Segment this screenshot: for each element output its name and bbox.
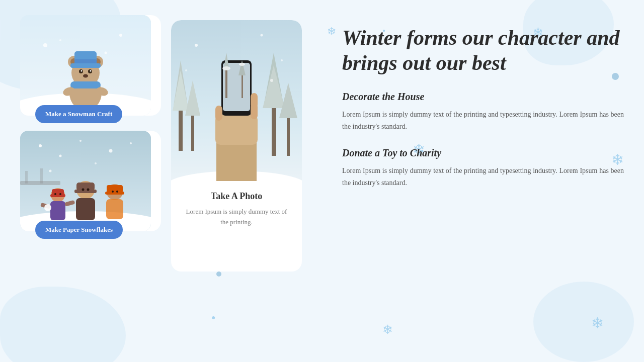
svg-point-82 <box>195 44 198 47</box>
svg-point-32 <box>130 142 132 144</box>
main-layout: Make a Snowman Craft <box>0 0 644 362</box>
teddy-scene <box>20 15 151 116</box>
right-column: Winter forms our character and brings ou… <box>322 15 624 347</box>
family-scene-svg <box>20 131 151 231</box>
card-family-image <box>20 131 151 231</box>
photo-card-description: Lorem Ipsum is simply dummy text of the … <box>183 207 290 228</box>
svg-point-78 <box>239 63 245 66</box>
card-family: Make Paper Snowflakes <box>20 131 161 231</box>
svg-point-19 <box>43 43 47 47</box>
card-teddy-image <box>20 15 151 116</box>
svg-rect-26 <box>40 168 43 184</box>
photo-card-title: Take A Photo <box>183 191 290 202</box>
teddy-scene-svg <box>20 15 151 116</box>
svg-point-52 <box>82 189 85 191</box>
svg-point-14 <box>81 70 83 72</box>
svg-point-22 <box>59 39 61 41</box>
svg-point-29 <box>59 155 62 157</box>
svg-rect-10 <box>70 63 101 68</box>
svg-point-15 <box>90 70 92 72</box>
section-donate-text: Lorem Ipsum is simply dummy text of the … <box>342 165 624 189</box>
middle-column: Take A Photo Lorem Ipsum is simply dummy… <box>171 15 312 347</box>
svg-point-86 <box>270 79 273 82</box>
card-teddy: Make a Snowman Craft <box>20 15 161 116</box>
svg-rect-45 <box>74 190 97 193</box>
svg-rect-48 <box>107 185 123 193</box>
svg-rect-25 <box>25 171 28 184</box>
svg-rect-75 <box>242 73 243 98</box>
svg-rect-36 <box>50 201 65 220</box>
svg-rect-73 <box>225 68 227 98</box>
svg-point-77 <box>222 66 230 70</box>
svg-rect-38 <box>50 194 65 197</box>
svg-rect-79 <box>215 106 222 121</box>
svg-point-31 <box>109 149 113 153</box>
section-donate-title: Donate a Toy to Charity <box>342 147 624 159</box>
svg-point-83 <box>261 34 263 37</box>
section-decorate-title: Decorate the House <box>342 91 624 103</box>
svg-point-54 <box>112 191 114 193</box>
svg-rect-49 <box>105 192 124 195</box>
svg-rect-65 <box>287 113 290 156</box>
photo-description-card: Take A Photo Lorem Ipsum is simply dummy… <box>171 181 302 272</box>
main-title: Winter forms our character and brings ou… <box>342 25 624 76</box>
photo-scene-svg <box>171 20 302 191</box>
svg-rect-4 <box>70 81 101 88</box>
svg-point-84 <box>281 59 283 61</box>
snowman-craft-button[interactable]: Make a Snowman Craft <box>35 105 122 123</box>
svg-point-28 <box>39 144 42 147</box>
svg-point-51 <box>59 193 61 195</box>
svg-point-33 <box>95 162 97 164</box>
svg-rect-43 <box>76 198 95 220</box>
svg-point-53 <box>87 189 90 191</box>
svg-rect-47 <box>106 199 123 219</box>
svg-point-20 <box>119 34 122 37</box>
svg-point-50 <box>54 193 56 195</box>
svg-rect-60 <box>191 111 194 151</box>
svg-point-55 <box>116 191 118 193</box>
svg-rect-11 <box>74 59 97 63</box>
svg-point-41 <box>44 204 51 211</box>
family-scene <box>20 131 151 231</box>
paper-snowflakes-button[interactable]: Make Paper Snowflakes <box>35 221 123 239</box>
svg-point-21 <box>105 52 107 54</box>
svg-point-34 <box>49 170 52 172</box>
section-donate: Donate a Toy to Charity Lorem Ipsum is s… <box>342 147 624 189</box>
section-decorate: Decorate the House Lorem Ipsum is simply… <box>342 91 624 133</box>
left-column: Make a Snowman Craft <box>20 15 161 347</box>
svg-rect-44 <box>76 183 95 191</box>
svg-point-85 <box>185 69 187 71</box>
svg-rect-81 <box>251 93 258 108</box>
photo-card: Take A Photo Lorem Ipsum is simply dummy… <box>171 20 302 272</box>
section-decorate-text: Lorem Ipsum is simply dummy text of the … <box>342 109 624 133</box>
svg-point-30 <box>79 140 82 142</box>
svg-point-16 <box>83 74 88 78</box>
